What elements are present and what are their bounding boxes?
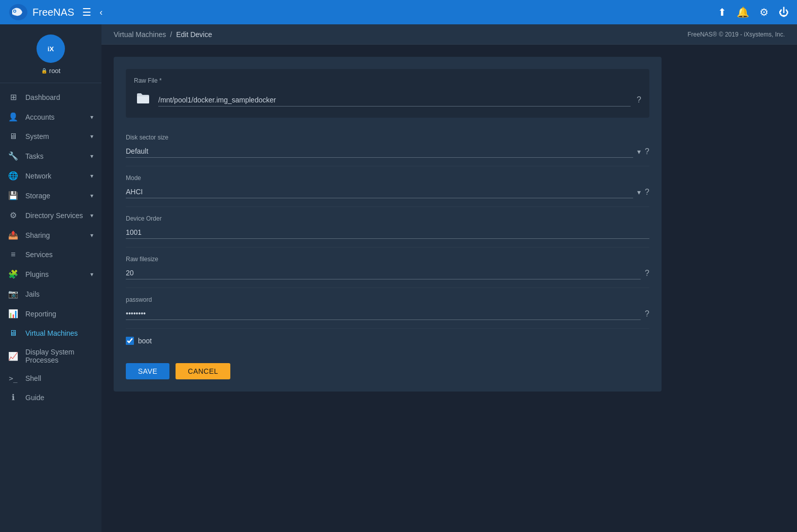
sidebar-item-services[interactable]: ≡ Services (0, 245, 101, 264)
sidebar-nav: ⊞ Dashboard 👤 Accounts ▾ 🖥 System ▾ 🔧 Ta… (0, 83, 101, 532)
password-input[interactable] (126, 307, 641, 320)
mode-select[interactable]: AHCI (126, 186, 633, 198)
boot-label[interactable]: boot (138, 337, 152, 345)
sidebar-item-directory-services[interactable]: ⚙ Directory Services ▾ (0, 205, 101, 225)
copyright-text: FreeNAS® © 2019 - iXsystems, Inc. (687, 31, 785, 38)
svg-point-2 (14, 11, 16, 12)
device-order-label: Device Order (126, 215, 649, 222)
breadcrumb-current: Edit Device (176, 30, 212, 39)
boot-checkbox-row: boot (126, 329, 649, 353)
device-order-field: Device Order (126, 207, 649, 247)
sidebar-item-display-system-processes[interactable]: 📈 Display System Processes (0, 343, 101, 369)
breadcrumb: Virtual Machines / Edit Device (114, 30, 212, 39)
raw-file-input-row: ? (134, 90, 641, 110)
chevron-down-icon: ▾ (90, 232, 93, 239)
sidebar-item-jails[interactable]: 📷 Jails (0, 284, 101, 304)
navbar-icons: ⬆ 🔔 ⚙ ⏻ (718, 6, 789, 18)
system-icon: 🖥 (8, 132, 18, 141)
power-icon[interactable]: ⏻ (779, 7, 789, 18)
notification-icon[interactable]: 🔔 (737, 6, 749, 18)
content-area: Virtual Machines / Edit Device FreeNAS® … (101, 24, 797, 532)
device-order-row (126, 226, 649, 239)
sidebar-item-virtual-machines[interactable]: 🖥 Virtual Machines (0, 324, 101, 343)
raw-filesize-row: ? (126, 267, 649, 279)
user-name: 🔒 root (41, 67, 60, 75)
chevron-down-icon: ▾ (90, 212, 93, 219)
settings-icon[interactable]: ⚙ (759, 6, 769, 18)
breadcrumb-bar: Virtual Machines / Edit Device FreeNAS® … (101, 24, 797, 45)
device-order-input[interactable] (126, 226, 649, 239)
navbar-left: FreeNAS ☰ ‹ (8, 3, 102, 21)
password-row: ? (126, 307, 649, 320)
raw-file-section: Raw File * ? (126, 69, 649, 118)
upload-icon[interactable]: ⬆ (718, 6, 726, 18)
directory-services-icon: ⚙ (8, 210, 18, 220)
tasks-icon: 🔧 (8, 151, 18, 161)
disk-sector-size-select[interactable]: Default (126, 145, 633, 158)
breadcrumb-parent[interactable]: Virtual Machines (114, 30, 166, 39)
mode-row: AHCI ▾ ? (126, 186, 649, 198)
sidebar-item-dashboard[interactable]: ⊞ Dashboard (0, 87, 101, 107)
network-icon: 🌐 (8, 171, 18, 181)
reporting-icon: 📊 (8, 309, 18, 318)
sidebar-item-network[interactable]: 🌐 Network ▾ (0, 166, 101, 186)
cancel-button[interactable]: CANCEL (176, 363, 230, 379)
freenas-logo (8, 3, 28, 21)
plugins-icon: 🧩 (8, 269, 18, 279)
chevron-down-icon: ▾ (90, 114, 93, 121)
sidebar-item-shell[interactable]: >_ Shell (0, 369, 101, 387)
mode-dropdown-arrow-icon: ▾ (637, 188, 641, 196)
chevron-down-icon: ▾ (90, 271, 93, 278)
sidebar-user: iX 🔒 root (0, 24, 101, 83)
mode-field: Mode AHCI ▾ ? (126, 166, 649, 207)
edit-device-form: Raw File * ? Disk sector (114, 57, 662, 392)
sidebar-item-tasks[interactable]: 🔧 Tasks ▾ (0, 146, 101, 166)
sidebar-item-accounts[interactable]: 👤 Accounts ▾ (0, 107, 101, 127)
boot-checkbox[interactable] (126, 337, 134, 345)
services-icon: ≡ (8, 250, 18, 259)
password-help-icon[interactable]: ? (645, 309, 649, 318)
disk-sector-size-label: Disk sector size (126, 134, 649, 141)
shell-icon: >_ (8, 374, 18, 382)
raw-file-input[interactable] (158, 94, 631, 107)
chevron-down-icon: ▾ (90, 172, 93, 180)
raw-file-help-icon[interactable]: ? (637, 95, 641, 104)
breadcrumb-separator: / (170, 30, 172, 39)
dashboard-icon: ⊞ (8, 92, 18, 102)
password-field: password ? (126, 288, 649, 329)
navbar-brand: FreeNAS (8, 3, 74, 21)
raw-filesize-field: Raw filesize ? (126, 247, 649, 288)
jails-icon: 📷 (8, 289, 18, 299)
sidebar-item-guide[interactable]: ℹ Guide (0, 387, 101, 407)
sidebar-item-reporting[interactable]: 📊 Reporting (0, 304, 101, 324)
raw-filesize-input[interactable] (126, 267, 641, 279)
accounts-icon: 👤 (8, 112, 18, 122)
disk-sector-size-field: Disk sector size Default ▾ ? (126, 126, 649, 166)
sidebar-item-system[interactable]: 🖥 System ▾ (0, 127, 101, 146)
lock-icon: 🔒 (41, 68, 47, 74)
save-button[interactable]: SAVE (126, 363, 169, 379)
display-system-processes-icon: 📈 (8, 351, 18, 361)
back-icon[interactable]: ‹ (99, 7, 102, 18)
hamburger-icon[interactable]: ☰ (82, 6, 91, 18)
chevron-down-icon: ▾ (90, 133, 93, 140)
chevron-down-icon: ▾ (90, 192, 93, 199)
sidebar-item-sharing[interactable]: 📤 Sharing ▾ (0, 225, 101, 245)
disk-sector-size-row: Default ▾ ? (126, 145, 649, 158)
sidebar: iX 🔒 root ⊞ Dashboard 👤 Accounts ▾ 🖥 Sys… (0, 24, 101, 532)
navbar: FreeNAS ☰ ‹ ⬆ 🔔 ⚙ ⏻ (0, 0, 797, 24)
raw-filesize-label: Raw filesize (126, 256, 649, 263)
guide-icon: ℹ (8, 393, 18, 402)
chevron-down-icon: ▾ (90, 153, 93, 160)
mode-help-icon[interactable]: ? (645, 188, 649, 197)
raw-filesize-help-icon[interactable]: ? (645, 269, 649, 278)
sidebar-item-plugins[interactable]: 🧩 Plugins ▾ (0, 264, 101, 284)
page-content: Raw File * ? Disk sector (101, 45, 797, 532)
disk-sector-help-icon[interactable]: ? (645, 147, 649, 156)
folder-browse-button[interactable] (134, 90, 152, 110)
dropdown-arrow-icon: ▾ (637, 148, 641, 156)
sidebar-item-storage[interactable]: 💾 Storage ▾ (0, 186, 101, 205)
main-layout: iX 🔒 root ⊞ Dashboard 👤 Accounts ▾ 🖥 Sys… (0, 24, 797, 532)
raw-file-label: Raw File * (134, 77, 641, 84)
virtual-machines-icon: 🖥 (8, 329, 18, 338)
